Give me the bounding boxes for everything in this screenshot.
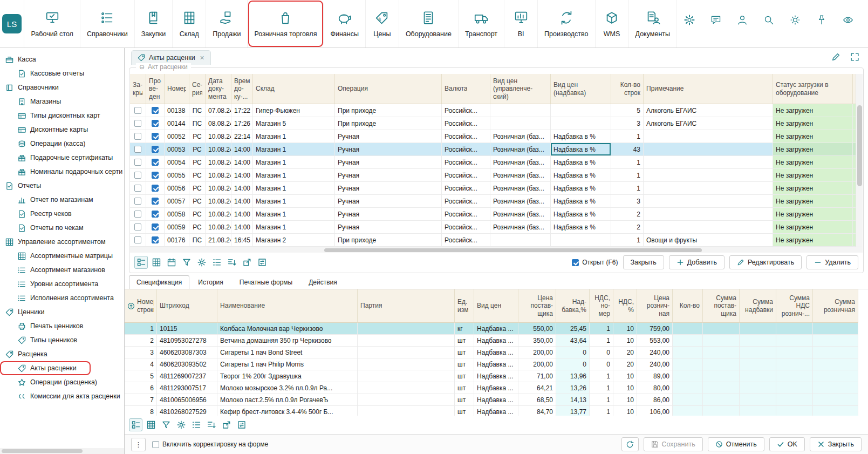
cell-doc_date[interactable]: 21.08.24: [206, 234, 231, 247]
sidebar-item-print-price-tags[interactable]: Печать ценников: [0, 319, 124, 333]
cell-unit[interactable]: шт: [455, 394, 474, 406]
cell-closed[interactable]: [130, 234, 146, 247]
cell-supplier_price[interactable]: 200,00: [518, 347, 556, 358]
column-header-price_kind[interactable]: Вид цен: [474, 289, 518, 323]
cell-posted[interactable]: [146, 156, 165, 169]
column-header-name[interactable]: Наименование: [217, 289, 358, 323]
nav-production[interactable]: Производство: [538, 0, 596, 48]
save-button[interactable]: Сохранить: [644, 437, 703, 451]
cell-doc_date[interactable]: 08.08.24: [206, 117, 231, 130]
cell-batch[interactable]: [358, 347, 455, 358]
cell-qty[interactable]: [673, 370, 703, 382]
cell-doc_date[interactable]: 10.08.24: [206, 208, 231, 221]
cell-number[interactable]: 00054: [165, 156, 189, 169]
cell-barcode[interactable]: 4810953027278: [157, 335, 217, 347]
cell-supplier_price[interactable]: 200,00: [518, 358, 556, 370]
cell-doc_time[interactable]: 17:26: [231, 117, 253, 130]
scrollbar-thumb[interactable]: [2, 449, 83, 453]
delete-button[interactable]: Удалить: [807, 255, 858, 269]
cell-price_kind[interactable]: Надбавка ...: [474, 370, 518, 382]
cell-unit[interactable]: шт: [455, 347, 474, 358]
table-row[interactable]: 110115Колбаса Молочная вар ЧеркизовокгНа…: [125, 323, 858, 335]
cell-price_type_mgmt[interactable]: Розничная (баз...: [490, 195, 551, 208]
cell-doc_time[interactable]: 17:22: [231, 104, 253, 117]
cell-batch[interactable]: [358, 323, 455, 335]
cell-currency[interactable]: Российск...: [442, 234, 490, 247]
cell-closed[interactable]: [130, 104, 146, 117]
column-header-series[interactable]: Се- рия: [189, 74, 206, 104]
cell-line_no[interactable]: 8: [125, 406, 157, 416]
nav-directories[interactable]: Справочники: [80, 0, 135, 48]
cell-batch[interactable]: [358, 358, 455, 370]
cell-series[interactable]: РС: [189, 156, 206, 169]
cell-sum_supplier[interactable]: [703, 406, 740, 416]
cell-operation[interactable]: При приходе: [335, 234, 442, 247]
cell-operation[interactable]: Ручная: [335, 208, 442, 221]
cell-sum_supplier[interactable]: [703, 382, 740, 394]
cell-retail_price[interactable]: 80,00: [637, 382, 673, 394]
cell-series[interactable]: ПС: [189, 117, 206, 130]
cell-sum_vat[interactable]: [776, 406, 813, 416]
cell-price_kind[interactable]: Надбавка ...: [474, 394, 518, 406]
cell-sum_markup[interactable]: [740, 406, 776, 416]
table-row[interactable]: 00058РС10.08.2414:00Магазин 1РучнаяРосси…: [130, 208, 856, 221]
checkbox-unchecked[interactable]: [134, 223, 141, 231]
cell-warehouse[interactable]: Магазин 2: [253, 234, 335, 247]
cell-doc_time[interactable]: 14:00: [231, 156, 253, 169]
sidebar-item-discount-cards[interactable]: Дисконтные карты: [0, 123, 124, 137]
cell-sum_vat[interactable]: [776, 358, 813, 370]
gear-icon[interactable]: [195, 256, 208, 269]
checkbox-unchecked[interactable]: [134, 120, 141, 127]
cell-vat_num[interactable]: 1: [590, 335, 613, 347]
cell-sum_markup[interactable]: [740, 335, 776, 347]
cell-load_status[interactable]: Не загружен: [773, 130, 853, 143]
sidebar-item-store-assortment[interactable]: Ассортимент магазинов: [0, 263, 124, 277]
group-sum-icon[interactable]: [225, 256, 238, 269]
scrollbar-thumb[interactable]: [324, 248, 702, 252]
table-row[interactable]: 00056РС10.08.2414:00Магазин 1РучнаяРосси…: [130, 182, 856, 195]
cell-sum_supplier[interactable]: [703, 394, 740, 406]
cell-barcode[interactable]: 4811269007237: [157, 370, 217, 382]
column-header-closed[interactable]: За- крыт: [130, 74, 146, 104]
cell-supplier_price[interactable]: 350,00: [518, 335, 556, 347]
cell-markup_pct[interactable]: 25,45: [556, 323, 590, 335]
open-f6-checkbox[interactable]: Открыт (F6): [572, 259, 618, 266]
cell-sum_markup[interactable]: [740, 370, 776, 382]
cell-doc_time[interactable]: 16:45: [231, 234, 253, 247]
transfer-icon[interactable]: [255, 256, 269, 269]
cell-warehouse[interactable]: Магазин 1: [253, 156, 335, 169]
cell-closed[interactable]: [130, 195, 146, 208]
tab-pricing-acts[interactable]: Акты расценки ×: [131, 50, 211, 65]
cell-price_type_mgmt[interactable]: Розничная (баз...: [490, 221, 551, 234]
sidebar-item-assortment-management[interactable]: Управление ассортиментом: [0, 235, 124, 249]
close-button[interactable]: Закрыть: [810, 437, 862, 451]
cell-closed[interactable]: [130, 143, 146, 156]
cell-price_type_mgmt[interactable]: Розничная (баз...: [490, 156, 551, 169]
cell-price_kind[interactable]: Надбавка ...: [474, 347, 518, 358]
cell-doc_time[interactable]: 14:00: [231, 195, 253, 208]
cell-currency[interactable]: Российск...: [442, 130, 490, 143]
checkbox-unchecked[interactable]: [134, 159, 141, 166]
checkbox-checked[interactable]: [152, 198, 159, 205]
cell-markup_pct[interactable]: 13,26: [556, 382, 590, 394]
cell-retail_price[interactable]: 759,00: [637, 323, 673, 335]
cell-series[interactable]: РС: [189, 208, 206, 221]
cell-sum_markup[interactable]: [740, 323, 776, 335]
cell-number[interactable]: 00058: [165, 208, 189, 221]
cell-number[interactable]: 00055: [165, 169, 189, 182]
cell-line_no[interactable]: 1: [125, 323, 157, 335]
cell-qty[interactable]: [673, 323, 703, 335]
checkbox-unchecked[interactable]: [134, 198, 141, 205]
sidebar-item-cash[interactable]: Касса: [0, 52, 124, 66]
table-view-icon[interactable]: [129, 418, 142, 431]
column-header-vat_pct[interactable]: НДС, %: [613, 289, 637, 323]
cell-sum_markup[interactable]: [740, 382, 776, 394]
cell-warehouse[interactable]: Магазин 1: [253, 221, 335, 234]
cell-row_count[interactable]: 3: [611, 195, 644, 208]
column-header-doc_time[interactable]: Врем до- ку-...: [231, 74, 253, 104]
table-row[interactable]: 00055РС10.08.2414:00Магазин 1РучнаяРосси…: [130, 169, 856, 182]
cell-note[interactable]: [644, 195, 773, 208]
cell-warehouse[interactable]: Магазин 5: [253, 117, 335, 130]
cell-note[interactable]: [644, 130, 773, 143]
cell-name[interactable]: Молоко паст.2.5% пл.0.9л РогачевЪ: [217, 394, 358, 406]
